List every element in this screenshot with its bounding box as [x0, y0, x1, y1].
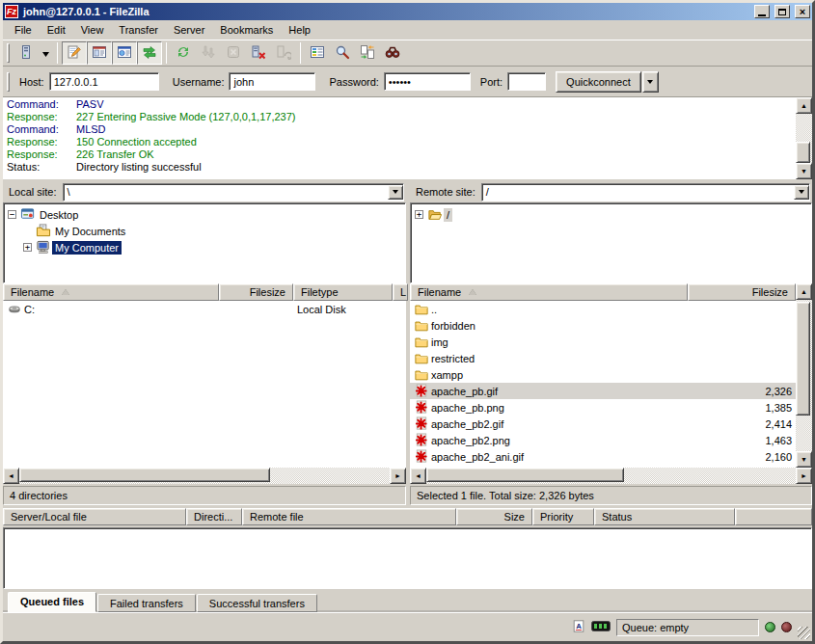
remote-file-row[interactable]: apache_pb.gif2,326	[410, 383, 812, 399]
tab-successful-transfers[interactable]: Successful transfers	[197, 594, 317, 612]
expand-icon[interactable]: +	[23, 243, 32, 252]
toggle-local-tree-button[interactable]	[87, 41, 112, 65]
remote-site-combo[interactable]: /	[481, 183, 810, 201]
collapse-icon[interactable]: −	[8, 210, 16, 219]
process-queue-button[interactable]	[196, 41, 221, 65]
column-header-l[interactable]: L	[393, 283, 408, 301]
column-header-filesize[interactable]: Filesize	[219, 283, 293, 301]
menu-item-edit[interactable]: Edit	[40, 21, 73, 39]
remote-site-bar: Remote site: /	[410, 181, 812, 202]
log-scroll-track[interactable]	[796, 114, 812, 163]
scroll-left-icon[interactable]: ◄	[410, 468, 426, 484]
remote-scroll-track[interactable]	[796, 300, 812, 451]
menu-item-transfer[interactable]: Transfer	[111, 21, 166, 39]
host-input[interactable]	[49, 72, 159, 91]
toggle-remote-tree-button[interactable]	[112, 41, 137, 65]
remote-horizontal-scrollbar[interactable]: ◄ ►	[410, 468, 812, 484]
remote-hscroll-thumb[interactable]	[426, 468, 624, 482]
menu-item-file[interactable]: File	[7, 21, 40, 39]
local-hscroll-thumb[interactable]	[19, 468, 270, 482]
tree-item[interactable]: My Documents	[4, 223, 405, 239]
quickconnect-dropdown[interactable]	[642, 71, 659, 93]
log-scroll-thumb[interactable]	[796, 142, 810, 163]
local-hscroll-track[interactable]	[19, 468, 390, 484]
remote-file-row[interactable]: img	[410, 334, 812, 350]
column-header-blank[interactable]	[735, 508, 812, 525]
local-horizontal-scrollbar[interactable]: ◄ ►	[3, 468, 406, 484]
site-manager-dropdown[interactable]	[39, 41, 53, 65]
local-site-combo[interactable]: \	[63, 183, 404, 201]
resize-grip[interactable]	[798, 627, 810, 639]
remote-file-row[interactable]: ..	[410, 301, 812, 317]
username-input[interactable]	[229, 72, 315, 91]
toggle-message-log-button[interactable]	[62, 41, 87, 65]
column-header-size[interactable]: Size	[456, 508, 532, 525]
column-header-filename[interactable]: Filename	[410, 283, 688, 301]
scroll-right-icon[interactable]: ►	[390, 468, 406, 484]
remote-file-row[interactable]: apache_pb2.png1,463	[410, 432, 812, 448]
quickconnect-button[interactable]: Quickconnect	[556, 71, 641, 93]
remote-file-row[interactable]: apache_pb2_ani.gif2,160	[410, 448, 812, 465]
cell	[688, 366, 796, 383]
log-scrollbar[interactable]: ▲ ▼	[796, 97, 812, 179]
file-search-button[interactable]	[330, 41, 355, 65]
menu-item-bookmarks[interactable]: Bookmarks	[212, 21, 281, 39]
site-manager-button[interactable]	[14, 41, 39, 65]
tree-item[interactable]: −Desktop	[4, 206, 405, 223]
scroll-up-icon[interactable]: ▲	[796, 97, 812, 114]
synchronized-browsing-button[interactable]	[380, 41, 405, 65]
cancel-operation-button[interactable]	[221, 41, 246, 65]
minimize-button[interactable]	[754, 5, 770, 18]
cell: img	[410, 334, 688, 350]
port-input[interactable]	[507, 72, 546, 91]
quickbar-grip[interactable]	[7, 72, 10, 92]
expand-icon[interactable]: +	[415, 210, 423, 219]
column-header-server-local-file[interactable]: Server/Local file	[3, 508, 186, 525]
remote-scrollbar[interactable]: ▲ ▼	[796, 283, 812, 468]
menu-item-help[interactable]: Help	[281, 21, 318, 39]
remote-file-row[interactable]: xampp	[410, 366, 812, 383]
host-label: Host:	[19, 76, 44, 88]
remote-file-row[interactable]: forbidden	[410, 317, 812, 334]
disconnect-button[interactable]	[246, 41, 271, 65]
remote-file-row[interactable]: apache_pb.png1,385	[410, 399, 812, 416]
scroll-down-icon[interactable]: ▼	[796, 451, 812, 468]
remote-file-row[interactable]: restricted	[410, 350, 812, 366]
directory-comparison-button[interactable]	[355, 41, 380, 65]
scroll-right-icon[interactable]: ►	[796, 468, 812, 484]
menu-item-view[interactable]: View	[73, 21, 112, 39]
tab-queued-files[interactable]: Queued files	[8, 592, 96, 612]
scroll-left-icon[interactable]: ◄	[3, 468, 19, 484]
toggle-transfer-queue-button[interactable]	[137, 41, 162, 65]
password-input[interactable]	[384, 72, 471, 91]
remote-site-combo-arrow[interactable]	[794, 185, 809, 200]
local-file-row[interactable]: C:Local Disk	[3, 301, 406, 317]
directory-filters-button[interactable]	[305, 41, 330, 65]
local-site-combo-arrow[interactable]	[388, 185, 403, 200]
close-button[interactable]: ×	[795, 5, 810, 18]
reconnect-button[interactable]	[271, 41, 296, 65]
column-header-directi-[interactable]: Directi...	[186, 508, 242, 525]
column-header-remote-file[interactable]: Remote file	[242, 508, 456, 525]
cell-text: apache_pb2_ani.gif	[431, 451, 524, 463]
maximize-button[interactable]	[774, 5, 790, 18]
tab-failed-transfers[interactable]: Failed transfers	[97, 594, 196, 612]
column-header-priority[interactable]: Priority	[532, 508, 594, 525]
title-bar[interactable]: Fz john@127.0.0.1 - FileZilla ×	[3, 3, 812, 20]
queue-tabs: Queued filesFailed transfersSuccessful t…	[3, 589, 812, 612]
tree-item[interactable]: +/	[411, 206, 811, 223]
column-header-filename[interactable]: Filename	[3, 283, 219, 301]
menu-item-server[interactable]: Server	[166, 21, 212, 39]
refresh-button[interactable]	[171, 41, 196, 65]
remote-hscroll-track[interactable]	[426, 468, 796, 484]
toolbar-grip[interactable]	[7, 43, 10, 63]
tree-item[interactable]: +My Computer	[4, 239, 405, 255]
column-header-filesize[interactable]: Filesize	[688, 283, 796, 301]
column-header-status[interactable]: Status	[594, 508, 735, 525]
column-header-filetype[interactable]: Filetype	[293, 283, 393, 301]
scroll-down-icon[interactable]: ▼	[796, 163, 812, 179]
remote-scroll-thumb[interactable]	[796, 302, 810, 416]
remote-file-row[interactable]: apache_pb2.gif2,414	[410, 416, 812, 432]
scroll-up-icon[interactable]: ▲	[796, 283, 812, 300]
cell-text: C:	[24, 304, 35, 315]
